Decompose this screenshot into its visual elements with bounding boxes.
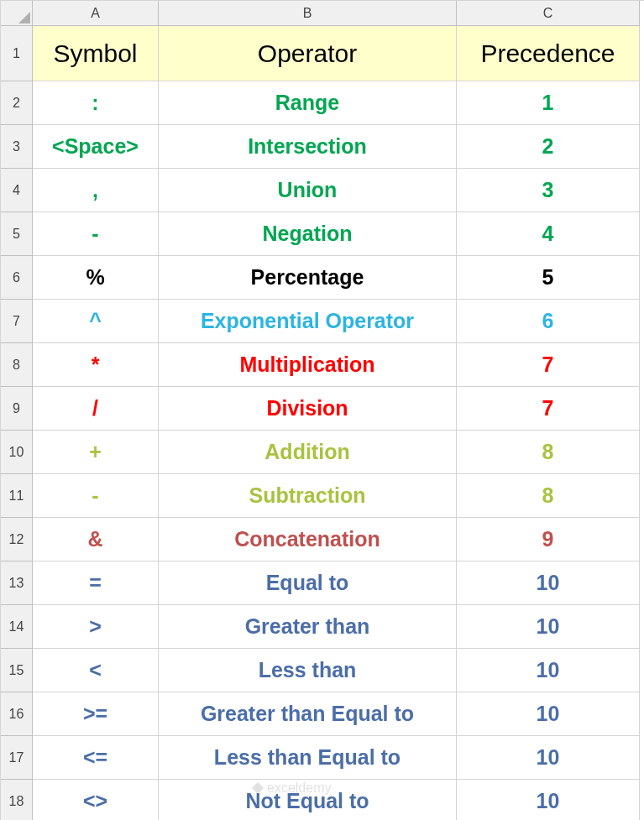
cell-operator[interactable]: Greater than Equal to — [159, 692, 457, 736]
cell-precedence[interactable]: 7 — [457, 387, 640, 431]
cell-operator[interactable]: Intersection — [159, 125, 457, 169]
cell-precedence[interactable]: 10 — [457, 649, 640, 692]
cell-symbol[interactable]: , — [33, 169, 159, 212]
cell-symbol[interactable]: / — [33, 387, 159, 431]
row-header[interactable]: 14 — [1, 605, 33, 649]
cell-precedence[interactable]: 10 — [457, 780, 640, 820]
cell-precedence[interactable]: 7 — [457, 343, 640, 387]
row-header[interactable]: 1 — [1, 26, 33, 81]
cell-precedence[interactable]: 9 — [457, 518, 640, 561]
cell-precedence[interactable]: 8 — [457, 474, 640, 518]
column-header-c[interactable]: C — [457, 1, 640, 26]
row-header[interactable]: 7 — [1, 300, 33, 343]
cell-symbol[interactable]: * — [33, 343, 159, 387]
cell-symbol[interactable]: : — [33, 81, 159, 125]
row-header[interactable]: 11 — [1, 474, 33, 518]
cell-symbol[interactable]: < — [33, 649, 159, 692]
cell-symbol[interactable]: <= — [33, 736, 159, 780]
row-header[interactable]: 12 — [1, 518, 33, 561]
cell-precedence[interactable]: 10 — [457, 692, 640, 736]
cell-operator[interactable]: Division — [159, 387, 457, 431]
cell-operator[interactable]: Range — [159, 81, 457, 125]
cell-symbol[interactable]: - — [33, 474, 159, 518]
cell-symbol[interactable]: ^ — [33, 300, 159, 343]
row-header[interactable]: 16 — [1, 692, 33, 736]
row-header[interactable]: 15 — [1, 649, 33, 692]
cell-symbol[interactable]: <> — [33, 780, 159, 820]
cell-operator[interactable]: Equal to — [159, 561, 457, 605]
cell-precedence[interactable]: 6 — [457, 300, 640, 343]
cell-symbol[interactable]: + — [33, 431, 159, 474]
cell-b1[interactable]: Operator — [159, 26, 457, 81]
cell-symbol[interactable]: > — [33, 605, 159, 649]
cell-operator[interactable]: Percentage — [159, 256, 457, 300]
cell-operator[interactable]: Not Equal to — [159, 780, 457, 820]
column-header-b[interactable]: B — [159, 1, 457, 26]
cell-precedence[interactable]: 4 — [457, 212, 640, 256]
cell-operator[interactable]: Concatenation — [159, 518, 457, 561]
column-header-a[interactable]: A — [33, 1, 159, 26]
cell-operator[interactable]: Less than Equal to — [159, 736, 457, 780]
cell-precedence[interactable]: 2 — [457, 125, 640, 169]
cell-symbol[interactable]: <Space> — [33, 125, 159, 169]
cell-precedence[interactable]: 5 — [457, 256, 640, 300]
cell-operator[interactable]: Multiplication — [159, 343, 457, 387]
row-header[interactable]: 2 — [1, 81, 33, 125]
cell-operator[interactable]: Subtraction — [159, 474, 457, 518]
cell-symbol[interactable]: >= — [33, 692, 159, 736]
cell-operator[interactable]: Less than — [159, 649, 457, 692]
cell-symbol[interactable]: = — [33, 561, 159, 605]
row-header[interactable]: 5 — [1, 212, 33, 256]
cell-symbol[interactable]: - — [33, 212, 159, 256]
row-header[interactable]: 3 — [1, 125, 33, 169]
spreadsheet-grid: A B C 1 Symbol Operator Precedence 2 : R… — [0, 0, 644, 820]
row-header[interactable]: 6 — [1, 256, 33, 300]
cell-precedence[interactable]: 8 — [457, 431, 640, 474]
row-header[interactable]: 9 — [1, 387, 33, 431]
cell-c1[interactable]: Precedence — [457, 26, 640, 81]
row-header[interactable]: 13 — [1, 561, 33, 605]
cell-a1[interactable]: Symbol — [33, 26, 159, 81]
row-header[interactable]: 18 — [1, 780, 33, 820]
cell-symbol[interactable]: % — [33, 256, 159, 300]
cell-operator[interactable]: Exponential Operator — [159, 300, 457, 343]
cell-precedence[interactable]: 1 — [457, 81, 640, 125]
row-header[interactable]: 4 — [1, 169, 33, 212]
cell-operator[interactable]: Addition — [159, 431, 457, 474]
cell-operator[interactable]: Union — [159, 169, 457, 212]
cell-precedence[interactable]: 10 — [457, 605, 640, 649]
cell-precedence[interactable]: 10 — [457, 736, 640, 780]
row-header[interactable]: 17 — [1, 736, 33, 780]
cell-symbol[interactable]: & — [33, 518, 159, 561]
select-all-corner[interactable] — [1, 1, 33, 26]
cell-operator[interactable]: Negation — [159, 212, 457, 256]
cell-precedence[interactable]: 3 — [457, 169, 640, 212]
cell-operator[interactable]: Greater than — [159, 605, 457, 649]
row-header[interactable]: 8 — [1, 343, 33, 387]
row-header[interactable]: 10 — [1, 431, 33, 474]
cell-precedence[interactable]: 10 — [457, 561, 640, 605]
